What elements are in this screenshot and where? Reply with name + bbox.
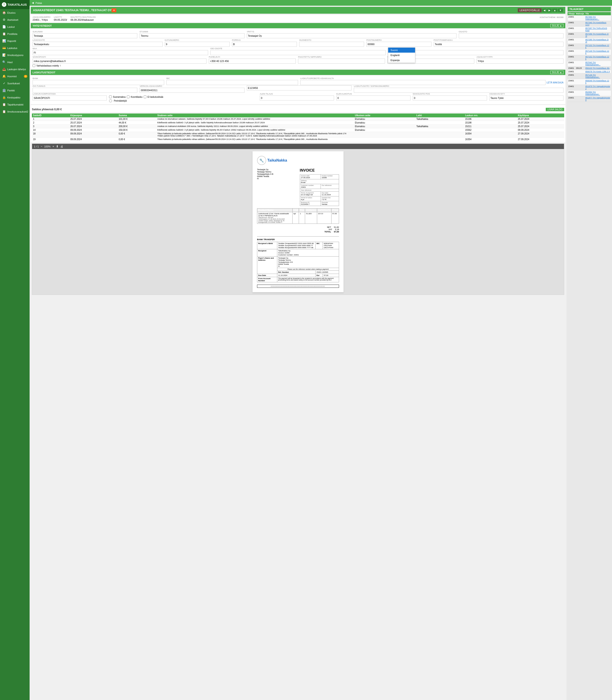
laskutusrobot-input[interactable] (300, 80, 545, 85)
sidebar-item-pankki[interactable]: 🏦 Pankki (0, 87, 30, 94)
lahiosoite-input[interactable] (32, 42, 163, 47)
osasto-input[interactable] (459, 33, 564, 38)
back-button[interactable]: Palaa (36, 2, 42, 4)
verkon-input[interactable] (140, 88, 244, 93)
order-link[interactable]: 852992 TAI Määräaikainen.. (585, 91, 600, 95)
bic-input[interactable] (166, 80, 298, 85)
sukunimi-field: SUKUNIMI (32, 30, 137, 38)
pdf-minus-button[interactable]: − (41, 145, 42, 148)
order-link[interactable]: 857340 TAI Kestotilaus 13.0 (585, 22, 606, 26)
bank-input[interactable] (32, 80, 164, 85)
nav-left-button[interactable]: ◀ (542, 9, 547, 12)
order-link[interactable]: 851879 TAI Vaipaaksiposte 2 (585, 85, 610, 90)
order-link[interactable]: 857146 TAI Määräaikainen.. (585, 74, 600, 78)
kieli-option-suomi[interactable]: Suomi (388, 48, 415, 53)
sidebar-item-ilmoitusvaraukset2[interactable]: 📋 Ilmoitusvaraukset2 (0, 108, 30, 115)
el-laskutuslisaa-checkbox[interactable] (144, 95, 147, 98)
order-link[interactable]: 857287 TAI TARAJOUS Kest (585, 27, 607, 32)
puhelin-input[interactable] (209, 58, 296, 64)
customer-title: ASIAKASTIEDOT 23401 TESTAAJA TEEMU , TES… (33, 9, 112, 12)
katunumero-input[interactable] (165, 42, 230, 47)
sidebar-item-haut[interactable]: 🔍 Haut (0, 58, 30, 66)
order-link[interactable]: 857285 TAI Kestotilaus 2I 2t (585, 39, 609, 43)
valuuttatunnus-input[interactable] (247, 85, 351, 91)
sidebar-item-laskut[interactable]: 📄 Laskut (0, 23, 30, 30)
sukunimi-input[interactable] (32, 33, 137, 38)
asiamaan-input[interactable] (489, 95, 564, 100)
perintatekijoi-radio[interactable] (109, 99, 112, 102)
varhaislaskaus-checkbox[interactable] (32, 64, 35, 67)
lahiosoite-field: LÄHIOSOITE (32, 39, 163, 47)
sidebar-item-kestopakko[interactable]: 🔒 Kestopakko (0, 94, 30, 101)
pakotettu-input[interactable] (298, 58, 385, 64)
order-link[interactable]: 857149 TAI Kestotilaus 12 k (585, 50, 609, 54)
col-lasku-nro: Laskun nro. (464, 113, 517, 117)
sidebar-item-huomiot[interactable]: 🔔 Huomiot 0 (0, 73, 30, 80)
kieli-option-espanja[interactable]: Espanja (388, 58, 415, 63)
order-link[interactable]: 857286 TAI Kestotilaus 2I 2t (585, 33, 609, 37)
saldo-total-label: Saldoa yhteensä 0,00 € (32, 107, 62, 112)
postitoimipaikka-input[interactable] (434, 42, 564, 47)
koontilasku-checkbox[interactable] (127, 95, 129, 98)
pdf-print-button[interactable]: 🖨 (60, 145, 63, 148)
order-link[interactable]: 856049 TAI Kestotilaus 12 k (585, 80, 609, 84)
bank-field: BANK (32, 77, 164, 85)
recipient-row-label: Recipient (257, 249, 277, 257)
order-link[interactable]: 856103 TAI Kestotilaus dis (585, 67, 610, 69)
order-maksaja (575, 55, 585, 61)
kieli-option-englanti[interactable]: Englanti (388, 53, 415, 58)
nav-down-button[interactable]: ▼ (558, 9, 563, 12)
order-link[interactable]: 857153 TAI Kestotilaus 12 k (585, 44, 609, 49)
etunimi-input[interactable] (140, 33, 244, 38)
sidebar-item-ilmoitustypono[interactable]: 📝 Ilmoitustypono (0, 52, 30, 58)
klen-ilmoitus-input[interactable] (336, 95, 411, 100)
order-link[interactable]: 856078 TAI Kesto 12kk.1 k (585, 70, 610, 73)
pdf-plus-button[interactable]: + (52, 145, 54, 148)
sidebar-item-raportit[interactable]: 📊 Raportit (0, 37, 30, 44)
leikepoydalle-button[interactable]: LEIKEPOYDÄLLE (518, 8, 542, 12)
sidebar-item-etusivu[interactable]: 🏠 Etusivu (0, 9, 30, 16)
huoneisto-input[interactable] (299, 42, 364, 47)
maksuoito-input[interactable] (413, 95, 487, 100)
order-maksaja (575, 27, 585, 32)
yhteystiedot-sulje-button[interactable]: SULJE ▲ (550, 24, 564, 27)
alen-tilaus-input[interactable] (260, 95, 334, 100)
maa-input[interactable] (32, 50, 208, 55)
saldo-sisainen-cell: Asiakas on maksanut etukäteen 200 euroa.… (156, 125, 354, 128)
sidebar-item-laskutus[interactable]: 💳 Laskutus (0, 44, 30, 52)
sahkoposti-input[interactable] (32, 58, 207, 64)
nav-up-button[interactable]: ▲ (552, 9, 557, 12)
sidebar-item-suoritukset[interactable]: ✓ Suoritukset (0, 80, 30, 87)
sidebar-item-postilista[interactable]: 📋 Postilista (0, 30, 30, 37)
laskutusote-input[interactable] (354, 88, 564, 93)
leta-maksaja-link[interactable]: LETÄ MAKSAJA (547, 81, 564, 84)
asiakastyyppi-field: ASIAKASTYYPPI (476, 56, 564, 64)
postinumero-input[interactable] (366, 42, 431, 47)
suoramaksu-checkbox[interactable] (109, 95, 112, 98)
sidebar-item-asetukset[interactable]: ⚙ Asetukset (0, 16, 30, 23)
order-link[interactable]: 857360 TAI Määrä&ainen... (585, 16, 599, 20)
laskun-komp-input[interactable] (32, 95, 107, 100)
porras-input[interactable] (232, 42, 297, 47)
pdf-download-button[interactable]: ⬇ (56, 145, 58, 148)
saldo-summa-cell: 200,00 € (117, 125, 156, 128)
order-link[interactable]: 851877 TAI Vaipaaksiposte 0 (585, 97, 610, 101)
iban1: Testilän Omapankki#l22 3333 4444 5555 66 (278, 242, 315, 244)
nav-right-button[interactable]: ▶ (547, 9, 552, 12)
sidebar-item-laskujen-lahetys[interactable]: 📤 Laskujen lähetys (0, 66, 30, 73)
close-button[interactable]: ✕ (112, 9, 116, 12)
order-link[interactable]: 857042 TAI Määräaikainen... (585, 61, 601, 66)
sidebar-item-tapahtumaloki[interactable]: 📋 Tapahtumaloki (0, 101, 30, 108)
yritys-input[interactable] (247, 33, 457, 38)
order-link[interactable]: 857152 TAI Kestotilaus 12 k (585, 56, 609, 60)
tilaukset-header: TILAUKSET (568, 7, 611, 11)
order-tilaaja: 23401 (568, 38, 575, 44)
period-label: Period of notice: (301, 197, 320, 199)
laskutustiedot-sulje-button[interactable]: SULJE ▲ (550, 71, 564, 74)
lisaa-saldo-button[interactable]: LISÄÄ SALDO (546, 108, 564, 111)
prod-pcs-cell: 1 (299, 212, 305, 224)
asiakastyyppi-input[interactable] (476, 58, 564, 64)
oid-input[interactable] (210, 50, 386, 55)
asiakasnumero-value: 23401 , Yritys (32, 18, 51, 21)
ovitunnus-input[interactable] (32, 88, 137, 93)
